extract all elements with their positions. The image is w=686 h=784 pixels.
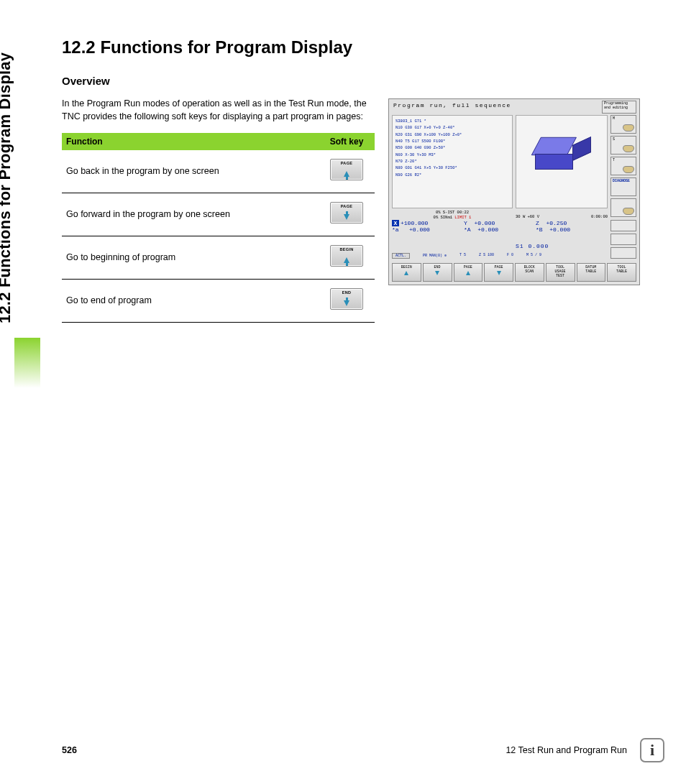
section-heading: Overview [62,75,375,87]
functions-table: Function Soft key Go back in the program… [62,133,375,323]
scr-softkey-bar: BEGINENDPAGEPAGEBLOCKSCANTOOLUSAGETESTDA… [392,263,636,282]
intro-paragraph: In the Program Run modes of operation as… [62,97,375,123]
page-footer: 526 12 Test Run and Program Run i [62,738,664,762]
scr-mode-box: Programming and editing [602,101,636,114]
side-icon[interactable]: M [610,115,636,134]
side-icon[interactable]: S [610,136,636,155]
scr-softkey[interactable]: PAGE [484,263,513,282]
status-line-2: 0% SINm1 LIMIT 1 [392,215,513,220]
tool-blob-icon [623,145,634,152]
function-cell: Go forward in the program by one screen [62,193,319,236]
side-icon[interactable]: T [610,157,636,175]
blank-button [610,247,636,259]
status-line-1: 0% S-IST 00:22 [392,210,513,215]
th-softkey: Soft key [319,133,375,150]
arrow-up-icon [466,271,470,275]
scr-s1: S1 0.000 [516,243,549,249]
scr-blank-side [610,220,636,261]
table-row: Go back in the program by one screenPAGE [62,150,375,193]
side-icon[interactable]: DIAGNOSE [610,177,636,196]
scr-softkey[interactable]: END [423,263,452,282]
softkey-page-down[interactable]: PAGE [330,202,363,223]
page-number: 526 [62,745,77,755]
tool-blob-icon [623,124,634,132]
scr-softkey[interactable]: BLOCKSCAN [515,263,544,282]
table-row: Go forward in the program by one screenP… [62,193,375,236]
arrow-down-icon [435,271,439,275]
arrow-up-icon [404,271,408,275]
table-row: Go to end of programEND [62,280,375,323]
softkey-cell: PAGE [319,150,375,193]
softkey-begin-up[interactable]: BEGIN [330,245,363,267]
side-fade [14,338,40,388]
blank-button [610,220,636,231]
scr-3d-view [516,115,608,208]
softkey-cell: BEGIN [319,236,375,280]
program-run-screenshot: Program run, full sequence Programming a… [388,98,640,285]
arrow-up-icon [344,257,349,263]
function-cell: Go to beginning of program [62,236,319,280]
scr-softkey[interactable]: TOOLTABLE [607,263,636,282]
softkey-cell: PAGE [319,193,375,236]
chapter-label: 12 Test Run and Program Run [506,745,627,755]
scr-status: 0% S-IST 00:22 0% SINm1 LIMIT 1 [392,210,513,220]
main-content: 12.2 Functions for Program Display Overv… [62,37,375,323]
scr-softkey[interactable]: PAGE [454,263,483,282]
function-cell: Go to end of program [62,280,319,323]
info-icon: i [640,738,664,762]
scr-coordinates: X+100.000 Y +0.000 Z +0.250 *a +0.000 *A… [392,220,608,233]
softkey-cell: END [319,280,375,323]
scr-title: Program run, full sequence [393,102,511,109]
scr-softkey[interactable]: TOOLUSAGETEST [546,263,575,282]
arrow-down-icon [344,300,349,306]
arrow-down-icon [497,271,501,275]
scr-softkey[interactable]: DATUMTABLE [577,263,606,282]
page-title: 12.2 Functions for Program Display [62,37,375,57]
tool-blob-icon [623,166,634,173]
scr-code-listing: %3803_1 G71 * N10 G30 G17 X+0 Y+0 Z-40* … [392,115,513,208]
tool-blob-icon [623,208,634,215]
table-row: Go to beginning of programBEGIN [62,236,375,280]
scr-softkey[interactable]: BEGIN [392,263,421,282]
side-icon[interactable] [610,198,636,217]
function-cell: Go back in the program by one screen [62,150,319,193]
softkey-page-up[interactable]: PAGE [330,159,363,180]
side-heading: 12.2 Functions for Program Display [0,52,14,323]
arrow-down-icon [344,214,349,220]
th-function: Function [62,133,319,150]
scr-info-line: 30 W +60 V 0:00:00 [516,214,608,219]
scr-side-icons: MSTDIAGNOSE [610,115,636,219]
scr-actl-line: ACTL. PR MAN(0) ⊕ T 5 Z S 100 F 0 M 5 / … [392,253,608,259]
cube-icon [535,137,587,189]
arrow-up-icon [344,171,349,177]
softkey-end-down[interactable]: END [330,288,363,310]
blank-button [610,234,636,245]
side-tab: 12.2 Functions for Program Display [14,29,40,388]
